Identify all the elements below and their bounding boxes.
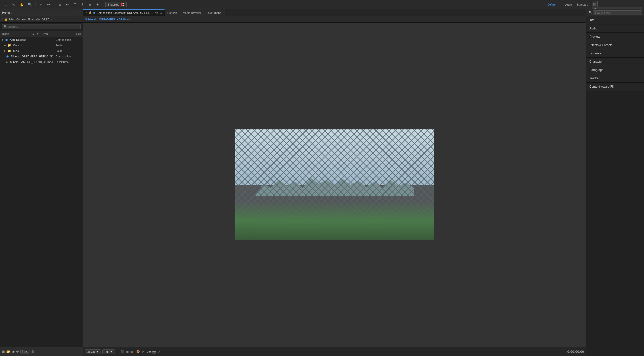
undo-redo-group: ↩ ↪ [37, 1, 52, 8]
section-header-info[interactable]: Info [586, 16, 644, 24]
panel-section-paragraph: Paragraph [586, 66, 644, 74]
toggle-transparency-icon[interactable]: ⬛ [121, 350, 125, 353]
new-comp-icon[interactable]: ◉ [12, 350, 15, 353]
filter-icon[interactable]: ▼ [36, 32, 39, 35]
zoom-arrow-icon: ▼ [96, 350, 99, 353]
ec-expand-icon: » [51, 18, 52, 21]
new-footage-icon[interactable]: ⊞ [2, 350, 5, 353]
viewer-toolbar: 33.3% ▼ Full ▼ ⬚ ⬛ ▣ ⊞ 🎨 ↻ +0.0 📷 ↺ 0:00… [83, 347, 586, 356]
pen-icon[interactable]: ✒ [64, 1, 71, 8]
zoom-button[interactable]: 33.3% ▼ [85, 349, 101, 354]
rectangle-icon[interactable]: ▭ [56, 1, 63, 8]
panel-section-preview: Preview [586, 33, 644, 41]
file-type-0: Composition [56, 38, 81, 41]
project-search-input[interactable] [2, 24, 81, 29]
screen-icon[interactable]: ▤ [592, 1, 598, 7]
col-size-header: Size [68, 32, 81, 35]
project-tab[interactable]: Project [2, 11, 11, 14]
select-icon[interactable]: ↖ [10, 1, 17, 8]
workspace-standard[interactable]: Standard [575, 2, 590, 7]
zoom-icon[interactable]: 🔍 [26, 1, 33, 8]
hand-icon[interactable]: ✋ [18, 1, 25, 8]
section-header-tracker[interactable]: Tracker [586, 74, 644, 82]
project-bottom-toolbar: ⊞ 📂 ◉ ⊙ 8 bpc 🗑 [0, 347, 83, 356]
stamp-icon[interactable]: ✦ [94, 1, 101, 8]
zoom-value: 33.3% [87, 350, 95, 353]
file-name-0: April Release [10, 38, 55, 41]
panel-menu-icon[interactable]: ≡ [79, 11, 81, 14]
text-icon[interactable]: T [71, 1, 78, 8]
file-row-misc[interactable]: ▶ 📁 Misc Folder [0, 48, 83, 54]
right-panel: 🔍 Info Audio Preview [586, 9, 644, 356]
comp-tab-layer[interactable]: Layer (none) [204, 9, 225, 16]
console-tab-label: Console [167, 11, 177, 14]
comp-tab-close-icon[interactable]: ✕ [86, 11, 88, 14]
workspace-default[interactable]: Default [546, 2, 558, 7]
folder-icon-comps: 📁 [7, 44, 11, 47]
file-name-silbers-comp: Silbers…DREAMERS_HDR10_4K [11, 55, 55, 58]
viewer-preview [83, 23, 586, 347]
color-balance-icon[interactable]: 🎨 [136, 350, 140, 353]
exposure-adjust-icon[interactable]: ↻ [141, 350, 144, 353]
project-columns: Name ▲ ▼ Type Size [0, 31, 83, 37]
section-header-content-aware[interactable]: Content-Aware Fill [586, 83, 644, 91]
workspace-learn[interactable]: Learn [563, 2, 573, 7]
section-header-paragraph[interactable]: Paragraph [586, 66, 644, 74]
magnet-icon: 🧲 [120, 3, 124, 6]
paint-icon[interactable]: ◈ [87, 1, 94, 8]
section-header-audio[interactable]: Audio [586, 24, 644, 32]
file-row-comps[interactable]: ▶ 📁 Comps Folder [0, 43, 83, 48]
guide-icon[interactable]: ⊞ [130, 350, 133, 353]
home-icon[interactable]: ⌂ [2, 1, 9, 8]
ec-close-icon[interactable]: ✕ [1, 18, 3, 21]
file-row-silbers-comp[interactable]: ◉ Silbers…DREAMERS_HDR10_4K Composition [0, 54, 83, 59]
sort-icon[interactable]: ▲ [32, 32, 34, 35]
undo-icon[interactable]: ↩ [37, 1, 45, 8]
panel-section-libraries: Libraries [586, 49, 644, 58]
viewer-area: 33.3% ▼ Full ▼ ⬚ ⬛ ▣ ⊞ 🎨 ↻ +0.0 📷 ↺ 0:00… [83, 23, 586, 356]
top-menubar: ⌂ ↖ ✋ 🔍 ↩ ↪ ▭ ✒ T ⌇ ◈ ✦ Snapping 🧲 Defau… [0, 0, 644, 9]
delete-icon[interactable]: 🗑 [31, 350, 34, 353]
viewer-timecode: 0:00:00:00 [567, 350, 584, 353]
dependency-icon[interactable]: ⊙ [16, 350, 19, 353]
file-type-silbers-mp4: QuickTime [56, 60, 81, 63]
section-header-libraries[interactable]: Libraries [586, 49, 644, 57]
redo-icon[interactable]: ↪ [45, 1, 52, 8]
folder-icon-misc: 📁 [7, 49, 11, 53]
info-label: Info [589, 18, 594, 22]
snapping-button[interactable]: Snapping 🧲 [105, 2, 127, 7]
comp-sub-label[interactable]: Silbersaltz_DREAMERS_HDR10_4K [85, 18, 131, 21]
right-panel-sections: Info Audio Preview Effects & Presets [586, 16, 644, 356]
comp-tab-media-browser[interactable]: Media Browser [180, 9, 204, 16]
project-panel: Project ≡ ✕ 🔒 Effect Controls Silbersalt… [0, 9, 83, 356]
comp-icon-0: ◉ [5, 38, 8, 42]
comp-icon-silbers: ◉ [6, 55, 9, 58]
comp-tab-silbersaltz[interactable]: ✕ 🔒 ◉ Composition Silbersaltz_DREAMERS_H… [83, 9, 165, 16]
region-icon[interactable]: ⬚ [116, 350, 119, 353]
comp-tab-menu-icon[interactable]: ≡ [160, 11, 162, 15]
audio-label: Audio [589, 27, 597, 30]
aspect-icon[interactable]: ▣ [126, 350, 129, 353]
section-header-character[interactable]: Character [586, 58, 644, 66]
paragraph-label: Paragraph [589, 68, 603, 72]
new-folder-icon[interactable]: 📂 [6, 350, 10, 353]
panel-section-info: Info [586, 16, 644, 24]
quality-button[interactable]: Full ▼ [102, 349, 115, 354]
quality-arrow-icon: ▼ [110, 350, 113, 353]
file-row-silbers-mp4[interactable]: ▶ Silbers…AMERS_HDR10_4K.mp4 QuickTime [0, 59, 83, 65]
reset-icon[interactable]: ↺ [157, 350, 160, 353]
bezier-icon[interactable]: ⌇ [79, 1, 86, 8]
comp-lock-icon: 🔒 [89, 11, 92, 14]
preview-label: Preview [589, 35, 600, 39]
right-search-icon: 🔍 [588, 11, 592, 14]
section-header-effects[interactable]: Effects & Presets [586, 41, 644, 49]
section-header-preview[interactable]: Preview [586, 33, 644, 41]
camera-icon[interactable]: 📷 [152, 350, 156, 353]
col-name-header: Name [2, 32, 32, 35]
expand-arrow-misc: ▶ [4, 50, 6, 52]
effect-controls-tab[interactable]: Effect Controls Silbersaltz_DREA [9, 18, 49, 21]
file-row-april-release[interactable]: ▶ ◉ April Release Composition [0, 37, 83, 43]
right-search-input[interactable] [593, 10, 642, 15]
comp-tab-console[interactable]: Console [165, 9, 180, 16]
tracker-label: Tracker [589, 77, 599, 80]
